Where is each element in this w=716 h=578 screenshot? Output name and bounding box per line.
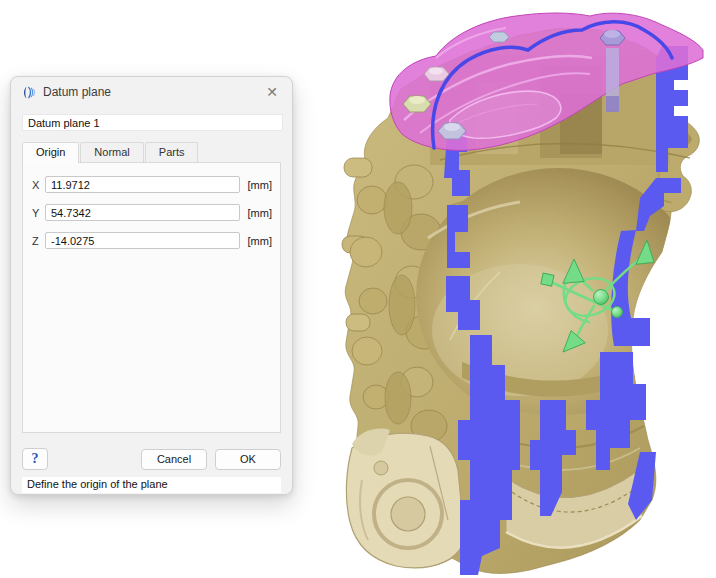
origin-tab-panel: X [mm] Y [mm] Z [mm] (22, 162, 281, 433)
z-input[interactable] (45, 232, 240, 249)
dialog-title: Datum plane (43, 85, 262, 99)
field-row-y: Y [mm] (32, 204, 272, 221)
field-row-x: X [mm] (32, 176, 272, 193)
tab-parts[interactable]: Parts (145, 142, 199, 162)
datum-plane-dialog: Datum plane ✕ Origin Normal Parts X [mm]… (10, 76, 293, 495)
status-bar: Define the origin of the plane (22, 477, 281, 493)
plane-name-input[interactable] (22, 114, 283, 131)
field-row-z: Z [mm] (32, 232, 272, 249)
app-canvas: Datum plane ✕ Origin Normal Parts X [mm]… (0, 0, 716, 578)
y-input[interactable] (45, 204, 240, 221)
tab-origin[interactable]: Origin (22, 142, 79, 163)
cancel-button[interactable]: Cancel (141, 449, 207, 470)
z-label: Z (32, 235, 45, 247)
x-input[interactable] (45, 176, 240, 193)
app-logo-icon (21, 85, 36, 100)
x-label: X (32, 179, 45, 191)
dialog-titlebar[interactable]: Datum plane ✕ (11, 77, 292, 107)
tab-normal[interactable]: Normal (80, 142, 143, 162)
close-icon[interactable]: ✕ (262, 82, 282, 102)
z-unit: [mm] (240, 235, 272, 247)
y-label: Y (32, 207, 45, 219)
front-casting (346, 429, 465, 568)
dialog-footer: ? Cancel OK (22, 448, 281, 470)
x-unit: [mm] (240, 179, 272, 191)
ok-button[interactable]: OK (215, 449, 281, 470)
tab-bar: Origin Normal Parts (22, 142, 281, 162)
y-unit: [mm] (240, 207, 272, 219)
help-button[interactable]: ? (22, 448, 48, 470)
